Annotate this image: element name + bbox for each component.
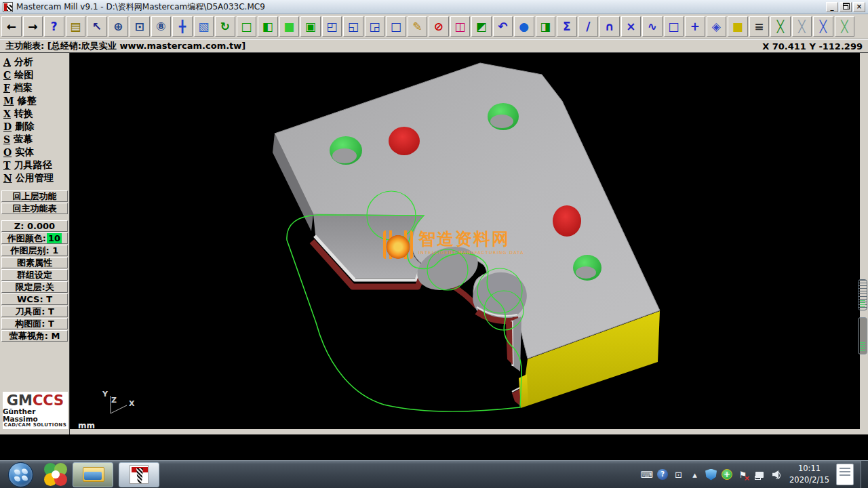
forward-arrow-button[interactable]: → — [23, 16, 43, 37]
sidebar-nav-button[interactable]: 回主功能表 — [1, 203, 68, 214]
help-button[interactable]: ? — [44, 16, 64, 37]
dynamic-rotate-view-button[interactable]: ↻ — [215, 16, 235, 37]
prompt-strip: 主功能表: [总经销:欣昊实业 www.mastercam.com.tw] X … — [0, 39, 868, 53]
hidden-icons-button[interactable]: ▴ — [689, 469, 701, 481]
action-center-flag-icon[interactable]: ⚑ — [737, 469, 749, 481]
axis-label-y: Y — [102, 390, 108, 399]
zoom-window-button[interactable]: ⊡ — [130, 16, 150, 37]
trim-three-button[interactable]: ╳ — [813, 16, 833, 37]
sidebar-menu-item[interactable]: N 公用管理 — [0, 171, 69, 184]
create-point-button[interactable]: + — [685, 16, 705, 37]
shading-sphere-button[interactable]: ● — [514, 16, 534, 37]
cplane-side-button[interactable]: ◲ — [365, 16, 385, 37]
create-surface-button[interactable]: ◈ — [707, 16, 727, 37]
sidebar-menu-item[interactable]: O 实体 — [0, 146, 69, 159]
system-tray: ⌨ ? ⊡ ▴ + ⚑ — [641, 469, 781, 481]
start-button[interactable] — [8, 462, 33, 487]
sidebar-status-button[interactable]: Z: 0.000 — [1, 220, 68, 232]
zoom-button[interactable]: ⊕ — [108, 16, 129, 37]
trim-one-button[interactable]: ╳ — [770, 16, 791, 37]
mastercam-taskbar-button[interactable] — [119, 462, 159, 487]
gview-side-button[interactable]: ▣ — [300, 16, 321, 37]
main-toolbar: ← → ? ▤ ↖ ⊕ ⊡ ⑧ ╋ ▧ ↻ □ ◧ ■ ▣ ◰ ◱ ◲ □ ✎ … — [0, 14, 868, 39]
gview-isometric-button[interactable]: □ — [237, 16, 257, 37]
sidebar-menu-item[interactable]: M 修整 — [0, 94, 69, 107]
mastercam-logo-icon — [3, 2, 13, 12]
repaint-button[interactable]: ▧ — [194, 16, 214, 37]
sidebar-status-button[interactable]: 作图层别: 1 — [1, 245, 68, 256]
close-button[interactable]: × — [853, 2, 865, 12]
undo-button[interactable]: ↶ — [493, 16, 513, 37]
folder-icon — [83, 467, 103, 482]
screen-copy-button[interactable]: ◫ — [450, 16, 471, 37]
sidebar-menu-item[interactable]: X 转换 — [0, 107, 69, 120]
file-cabinet-button[interactable]: ▤ — [66, 16, 86, 37]
graphics-viewport[interactable]: Y Z X 智造资料网 INTELLIGENT MANUFACTURING DA… — [70, 53, 860, 429]
edge-scroll-widget[interactable] — [858, 279, 867, 310]
restore-button[interactable] — [840, 2, 852, 12]
trim-divide-button[interactable]: ╳ — [835, 16, 855, 37]
minimize-button[interactable]: _ — [826, 2, 838, 12]
input-help-icon[interactable]: ? — [657, 469, 668, 480]
notepad-tray-icon[interactable] — [836, 464, 854, 485]
sigma-analyze-button[interactable]: Σ — [557, 16, 577, 37]
sidebar-status-button[interactable]: 萤幕视角: M — [1, 330, 68, 342]
sidebar-menu-item[interactable]: C 绘图 — [0, 68, 69, 81]
trim-two-button[interactable]: ╳ — [792, 16, 812, 37]
edge-scroll-widget-outline[interactable] — [858, 317, 867, 354]
create-line-button[interactable]: / — [578, 16, 599, 37]
trim-curves-button[interactable]: × — [621, 16, 642, 37]
gview-shaded-button[interactable]: ■ — [279, 16, 300, 37]
sidebar-status-button[interactable]: 刀具面: T — [1, 306, 68, 317]
sidebar-status-button[interactable]: 限定层:关 — [1, 281, 68, 293]
operations-manager-button[interactable]: ≡ — [749, 16, 770, 37]
unzoom-button[interactable]: ⑧ — [151, 16, 172, 37]
volume-icon[interactable] — [770, 469, 781, 481]
delete-disabled-button[interactable]: ⊘ — [429, 16, 449, 37]
sidebar-status-button[interactable]: 群组设定 — [1, 269, 68, 281]
show-desktop-button[interactable] — [861, 461, 868, 488]
browser-app-icon[interactable] — [44, 463, 67, 486]
select-help-button[interactable]: ↖ — [87, 16, 107, 37]
units-label: mm — [78, 421, 95, 429]
solids-box-button[interactable]: ■ — [728, 16, 748, 37]
explorer-taskbar-button[interactable] — [73, 462, 113, 487]
restore-icon — [843, 5, 848, 9]
pan-button[interactable]: ╋ — [172, 16, 193, 37]
sidebar-status-button[interactable]: 作图颜色: 10 — [1, 232, 68, 244]
cad-model — [70, 53, 860, 429]
gview-front-button[interactable]: ◧ — [258, 16, 278, 37]
floating-window-icon[interactable]: ⊡ — [673, 469, 684, 481]
windows-flag-icon — [14, 468, 28, 481]
color-chip: 10 — [47, 233, 62, 243]
cplane-front-button[interactable]: ◱ — [343, 16, 363, 37]
main-menu-sidebar: A 分析 C 绘图 F 档案 M 修整 X 转换 — [0, 53, 70, 434]
taskbar-clock[interactable]: 10:11 2020/2/15 — [789, 463, 829, 485]
create-rectangle-button[interactable]: □ — [664, 16, 684, 37]
create-arc-button[interactable]: ∩ — [599, 16, 620, 37]
cplane-top-button[interactable]: ◰ — [322, 16, 342, 37]
pencil-edit-button[interactable]: ✎ — [408, 16, 428, 37]
create-spline-button[interactable]: ∿ — [642, 16, 663, 37]
sidebar-nav-button[interactable]: 回上层功能 — [1, 190, 68, 202]
sidebar-menu-item[interactable]: S 萤幕 — [0, 133, 69, 146]
sidebar-status-button[interactable]: 图素属性 — [1, 257, 68, 268]
antivirus-plus-icon[interactable]: + — [722, 469, 732, 480]
sidebar-menu-item[interactable]: A 分析 — [0, 56, 69, 68]
cplane-3d-button[interactable]: □ — [386, 16, 406, 37]
level-copy-button[interactable]: ◩ — [471, 16, 492, 37]
back-arrow-button[interactable]: ← — [1, 16, 22, 37]
sidebar-status-button[interactable]: 构图面: T — [1, 318, 68, 329]
security-shield-icon[interactable] — [705, 469, 717, 481]
sidebar-status-button[interactable]: WCS: T — [1, 293, 68, 305]
axis-label-x: X — [129, 399, 134, 408]
main-menu-prompt: 主功能表: [总经销:欣昊实业 www.mastercam.com.tw] — [5, 40, 245, 52]
network-icon[interactable] — [753, 469, 765, 481]
sidebar-menu-item[interactable]: F 档案 — [0, 81, 69, 94]
keyboard-icon[interactable]: ⌨ — [641, 469, 652, 481]
sidebar-menu-item[interactable]: T 刀具路径 — [0, 159, 69, 171]
sidebar-menu-item[interactable]: D 删除 — [0, 120, 69, 133]
axis-label-z: Z — [111, 396, 117, 405]
window-bottom-border — [70, 429, 868, 434]
entity-copy-button[interactable]: ◨ — [536, 16, 556, 37]
